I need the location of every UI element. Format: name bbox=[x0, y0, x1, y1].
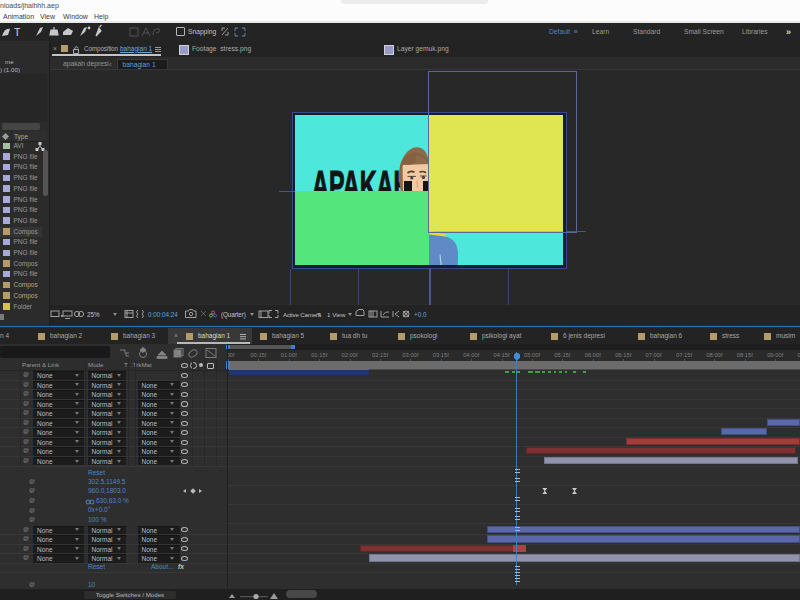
svg-text:T: T bbox=[14, 25, 21, 37]
